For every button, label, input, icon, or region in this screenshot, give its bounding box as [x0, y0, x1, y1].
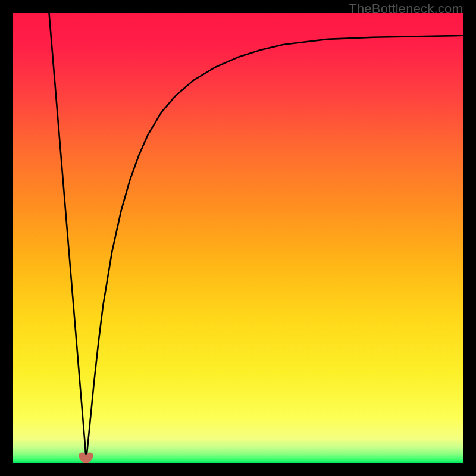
- watermark-text: TheBottleneck.com: [349, 1, 463, 17]
- chart-plot: [13, 13, 463, 463]
- chart-frame: TheBottleneck.com: [0, 0, 476, 476]
